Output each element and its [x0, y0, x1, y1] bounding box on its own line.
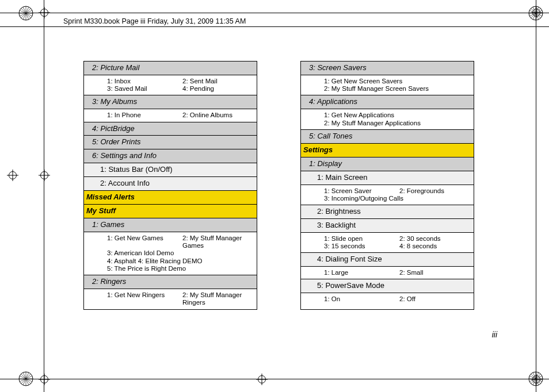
- dialing-font-subitems: 1: Large 2: Small: [301, 267, 474, 279]
- registration-mark-icon: [18, 371, 33, 386]
- crosshair-icon: [39, 374, 50, 385]
- section-my-albums: 3: My Albums: [84, 95, 257, 109]
- account-info-item: 2: Account Info: [84, 177, 257, 191]
- section-call-tones: 5: Call Tones: [301, 130, 474, 144]
- status-bar-item: 1: Status Bar (On/Off): [84, 163, 257, 177]
- section-display: 1: Display: [301, 157, 474, 171]
- section-settings: Settings: [301, 144, 474, 157]
- main-screen-item: 1: Main Screen: [301, 171, 474, 185]
- section-settings-info: 6: Settings and Info: [84, 149, 257, 163]
- applications-items: 1: Get New Applications 2: My Stuff Mana…: [301, 109, 474, 129]
- crosshair-icon: [531, 374, 542, 385]
- picture-mail-items: 1: Inbox 2: Sent Mail 3: Saved Mail 4: P…: [84, 75, 257, 95]
- section-picture-mail: 2: Picture Mail: [84, 62, 257, 75]
- section-order-prints: 5: Order Prints: [84, 136, 257, 149]
- dialing-font-item: 4: Dialing Font Size: [301, 253, 474, 267]
- content-columns: 2: Picture Mail 1: Inbox 2: Sent Mail 3:…: [83, 61, 514, 310]
- brightness-item: 2: Brightness: [301, 205, 474, 219]
- backlight-subitems: 1: Slide open 2: 30 seconds 3: 15 second…: [301, 233, 474, 253]
- section-games: 1: Games: [84, 218, 257, 232]
- section-screen-savers: 3: Screen Savers: [301, 62, 474, 75]
- right-column: 3: Screen Savers 1: Get New Screen Saver…: [300, 61, 474, 310]
- ringers-items: 1: Get New Ringers 2: My Stuff Manager R…: [84, 289, 257, 309]
- page-header: Sprint M330.book Page iii Friday, July 3…: [63, 17, 246, 25]
- registration-mark-icon: [18, 6, 33, 21]
- backlight-item: 3: Backlight: [301, 219, 474, 233]
- powersave-item: 5: PowerSave Mode: [301, 279, 474, 293]
- powersave-subitems: 1: On 2: Off: [301, 293, 474, 305]
- crosshair-icon: [256, 374, 268, 385]
- games-items: 1: Get New Games 2: My Stuff Manager Gam…: [84, 232, 257, 275]
- crosshair-icon: [531, 7, 542, 18]
- section-pictbridge: 4: PictBridge: [84, 122, 257, 136]
- section-ringers: 2: Ringers: [84, 275, 257, 289]
- main-screen-subitems: 1: Screen Saver 2: Foregrounds 3: Incomi…: [301, 185, 474, 205]
- screen-savers-items: 1: Get New Screen Savers 2: My Stuff Man…: [301, 75, 474, 95]
- crosshair-icon: [39, 7, 50, 18]
- crosshair-icon: [7, 170, 18, 181]
- page-number: iii: [492, 330, 497, 339]
- section-applications: 4: Applications: [301, 95, 474, 109]
- section-my-stuff: My Stuff: [84, 205, 257, 218]
- my-albums-items: 1: In Phone 2: Online Albums: [84, 109, 257, 122]
- left-column: 2: Picture Mail 1: Inbox 2: Sent Mail 3:…: [83, 61, 257, 310]
- section-missed-alerts: Missed Alerts: [84, 191, 257, 205]
- crosshair-icon: [39, 170, 50, 181]
